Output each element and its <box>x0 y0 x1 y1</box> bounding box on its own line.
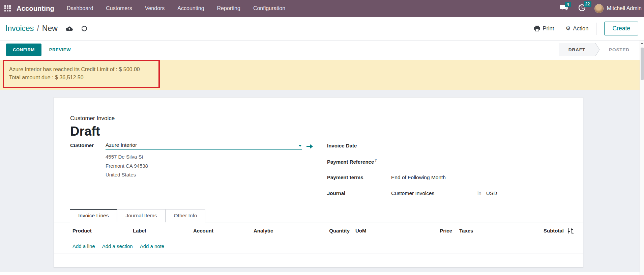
col-price: Price <box>383 228 452 233</box>
address-country: United States <box>106 170 327 180</box>
internal-link-arrow-icon[interactable] <box>306 144 313 149</box>
document-type-label: Customer Invoice <box>70 115 583 122</box>
print-button[interactable]: Print <box>534 25 554 32</box>
journal-input[interactable]: Customer Invoices <box>391 190 477 196</box>
main-menu: Dashboard Customers Vendors Accounting R… <box>67 5 285 11</box>
print-label: Print <box>543 25 554 32</box>
optional-columns-icon[interactable] <box>567 228 574 234</box>
control-panel: Invoices / New Print ⚙ Action Create <box>0 17 644 40</box>
create-button[interactable]: Create <box>604 22 638 35</box>
nav-right: 4 22 Mitchell Admin <box>550 4 642 13</box>
chatter-area <box>0 272 640 275</box>
activities-button[interactable]: 22 <box>578 4 586 13</box>
credit-warning-banner: Azure Interior has reached its Credit Li… <box>0 60 640 90</box>
action-button[interactable]: ⚙ Action <box>565 25 588 32</box>
app-title[interactable]: Accounting <box>17 5 54 12</box>
page-title: Draft <box>70 124 583 139</box>
customer-input[interactable]: Azure Interior <box>106 142 302 150</box>
tab-other-info[interactable]: Other Info <box>166 209 206 222</box>
statusbar-widget: DRAFT POSTED <box>559 43 639 56</box>
line-actions-row: Add a line Add a section Add a note <box>54 239 583 253</box>
menu-vendors[interactable]: Vendors <box>145 5 165 11</box>
menu-accounting[interactable]: Accounting <box>177 5 204 11</box>
customer-value[interactable]: Azure Interior <box>106 142 137 148</box>
apps-grid-icon[interactable] <box>4 5 11 12</box>
scrollbar-thumb[interactable] <box>641 48 644 80</box>
status-draft[interactable]: DRAFT <box>559 43 595 56</box>
col-quantity: Quantity <box>314 228 350 233</box>
col-label: Label <box>133 228 193 233</box>
printer-icon <box>534 26 540 31</box>
confirm-button[interactable]: CONFIRM <box>6 44 41 56</box>
payment-terms-label: Payment terms <box>327 174 391 180</box>
journal-in-label: in <box>477 190 481 196</box>
menu-configuration[interactable]: Configuration <box>253 5 285 11</box>
action-label: Action <box>573 25 589 32</box>
status-chevron <box>595 43 600 56</box>
menu-dashboard[interactable]: Dashboard <box>67 5 93 11</box>
toolbar-divider <box>596 23 596 35</box>
col-analytic: Analytic <box>254 228 314 233</box>
scroll-up-arrow[interactable] <box>641 43 643 44</box>
breadcrumb-separator: / <box>37 24 39 33</box>
form-status-row: CONFIRM PREVIEW DRAFT POSTED <box>0 40 644 59</box>
user-name[interactable]: Mitchell Admin <box>607 5 642 11</box>
invoice-date-label: Invoice Date <box>327 143 391 148</box>
credit-warning-alert: Azure Interior has reached its Credit Li… <box>3 60 160 88</box>
menu-customers[interactable]: Customers <box>106 5 132 11</box>
total-due-line: Total amount due : $ 36,512.50 <box>9 74 153 82</box>
add-section-link[interactable]: Add a section <box>102 243 133 249</box>
journal-currency[interactable]: USD <box>486 190 497 196</box>
payment-reference-label: Payment Reference? <box>327 159 391 165</box>
messages-button[interactable]: 4 <box>560 4 568 12</box>
address-street: 4557 De Silva St <box>106 153 327 162</box>
main-content: Customer Invoice Draft Customer Azure In… <box>0 90 644 275</box>
breadcrumb-invoices-link[interactable]: Invoices <box>5 24 34 33</box>
breadcrumb: Invoices / New <box>5 24 58 33</box>
empty-line-row <box>54 253 583 268</box>
gear-icon: ⚙ <box>565 25 570 32</box>
status-posted[interactable]: POSTED <box>600 43 639 56</box>
avatar[interactable] <box>594 4 604 13</box>
tab-journal-items[interactable]: Journal Items <box>117 209 165 222</box>
address-city: Fremont CA 94538 <box>106 162 327 171</box>
customer-address: 4557 De Silva St Fremont CA 94538 United… <box>70 153 327 180</box>
col-account: Account <box>193 228 254 233</box>
notebook-tabs: Invoice Lines Journal Items Other Info <box>54 209 583 222</box>
col-taxes: Taxes <box>459 228 527 233</box>
add-line-link[interactable]: Add a line <box>72 243 95 249</box>
breadcrumb-current: New <box>42 24 58 33</box>
col-subtotal: Subtotal <box>527 228 564 233</box>
vertical-scrollbar[interactable] <box>640 40 644 275</box>
customer-label: Customer <box>70 142 106 150</box>
help-question-icon: ? <box>375 159 377 162</box>
col-uom: UoM <box>355 228 383 233</box>
activities-count-badge: 22 <box>584 1 591 7</box>
unsaved-cloud-icon[interactable] <box>66 26 73 31</box>
lines-table-header: Product Label Account Analytic Quantity … <box>54 222 583 239</box>
preview-button[interactable]: PREVIEW <box>49 47 71 52</box>
add-note-link[interactable]: Add a note <box>140 243 165 249</box>
journal-label: Journal <box>327 190 391 196</box>
payment-terms-input[interactable]: End of Following Month <box>391 174 477 181</box>
chevron-down-icon[interactable] <box>298 145 302 147</box>
credit-limit-line: Azure Interior has reached its Credit Li… <box>9 65 153 74</box>
discard-undo-icon[interactable] <box>81 26 87 31</box>
invoice-form-sheet: Customer Invoice Draft Customer Azure In… <box>54 97 583 268</box>
messages-count-badge: 4 <box>565 2 571 7</box>
col-product: Product <box>72 228 133 233</box>
top-navbar: Accounting Dashboard Customers Vendors A… <box>0 0 644 17</box>
tab-invoice-lines[interactable]: Invoice Lines <box>70 209 117 222</box>
menu-reporting[interactable]: Reporting <box>217 5 240 11</box>
